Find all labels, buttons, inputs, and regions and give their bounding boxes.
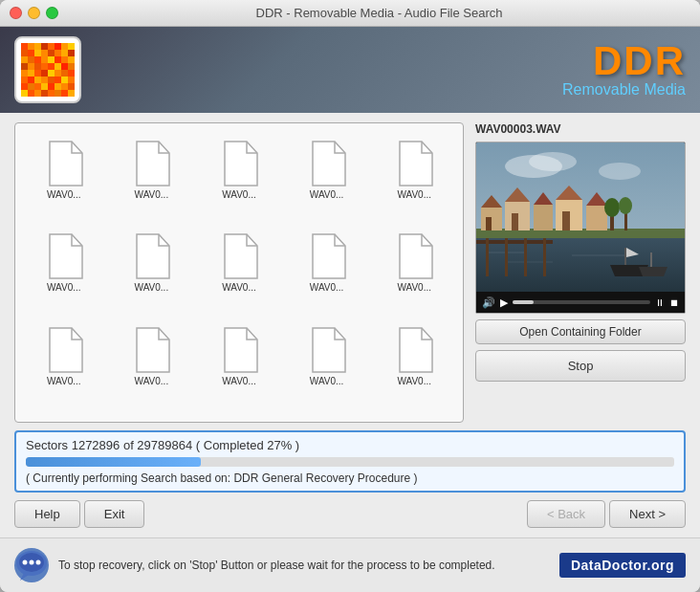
main-window: DDR - Removable Media - Audio File Searc… <box>0 0 700 592</box>
volume-icon[interactable]: 🔊 <box>482 296 495 309</box>
progress-box: Sectors 1272896 of 29789864 ( Completed … <box>14 430 686 493</box>
svg-rect-30 <box>61 63 68 70</box>
close-button[interactable] <box>10 7 22 19</box>
svg-rect-1 <box>28 43 34 50</box>
file-icon <box>395 327 433 373</box>
svg-point-66 <box>529 152 577 171</box>
info-message: To stop recovery, click on 'Stop' Button… <box>58 559 550 572</box>
list-item[interactable]: WAV0... <box>283 319 371 412</box>
svg-rect-36 <box>48 70 55 77</box>
list-item[interactable]: WAV0... <box>20 133 108 226</box>
list-item[interactable]: WAV0... <box>195 226 283 318</box>
svg-marker-93 <box>639 267 667 276</box>
preview-filename: WAV00003.WAV <box>475 122 686 136</box>
video-controls: 🔊 ▶ ⏸ ⏹ <box>476 292 685 313</box>
svg-rect-10 <box>34 50 41 56</box>
stop-button[interactable]: Stop <box>475 350 686 382</box>
list-item[interactable]: WAV0... <box>108 133 196 226</box>
next-button[interactable]: Next > <box>609 500 686 528</box>
preview-image-icon <box>476 143 686 314</box>
list-item[interactable]: WAV0... <box>283 133 371 226</box>
svg-rect-45 <box>55 77 61 83</box>
svg-rect-34 <box>34 70 41 77</box>
minimize-button[interactable] <box>28 7 40 19</box>
svg-rect-0 <box>21 43 28 50</box>
file-icon <box>308 141 346 186</box>
file-label: WAV0... <box>381 189 448 200</box>
main-content: WAV0... WAV0... WAV0... <box>0 113 700 537</box>
header-branding: DDR Removable Media <box>562 41 686 99</box>
svg-rect-80 <box>586 206 607 230</box>
svg-rect-28 <box>48 63 55 70</box>
list-item[interactable]: WAV0... <box>195 319 283 412</box>
file-icon <box>45 233 83 279</box>
stop-icon[interactable]: ⏹ <box>669 297 679 308</box>
list-item[interactable]: WAV0... <box>370 133 458 226</box>
preview-panel: WAV00003.WAV <box>475 122 686 423</box>
play-icon[interactable]: ▶ <box>500 296 508 309</box>
svg-rect-47 <box>68 77 75 83</box>
header-band: DDR Removable Media <box>0 27 700 113</box>
svg-rect-58 <box>34 90 41 97</box>
list-item[interactable]: WAV0... <box>108 319 196 412</box>
file-icon <box>395 141 433 186</box>
file-icon <box>220 233 258 279</box>
svg-point-105 <box>36 560 41 565</box>
svg-rect-5 <box>55 43 61 50</box>
svg-rect-8 <box>21 50 28 56</box>
list-item[interactable]: WAV0... <box>20 319 108 412</box>
list-item[interactable]: WAV0... <box>370 319 458 412</box>
svg-rect-53 <box>55 83 61 90</box>
svg-point-104 <box>30 560 34 565</box>
file-label: WAV0... <box>118 282 185 293</box>
list-item[interactable]: WAV0... <box>108 226 196 318</box>
title-bar: DDR - Removable Media - Audio File Searc… <box>0 0 700 27</box>
file-icon <box>45 141 83 186</box>
progress-status-text: Sectors 1272896 of 29789864 ( Completed … <box>26 438 674 452</box>
svg-rect-31 <box>68 63 75 70</box>
maximize-button[interactable] <box>46 7 58 19</box>
bottom-nav: Help Exit < Back Next > <box>14 500 686 528</box>
svg-rect-56 <box>21 90 28 97</box>
back-button[interactable]: < Back <box>527 500 605 528</box>
svg-rect-60 <box>48 90 55 97</box>
list-item[interactable]: WAV0... <box>195 133 283 226</box>
svg-point-85 <box>619 197 632 214</box>
svg-rect-19 <box>41 56 48 63</box>
svg-rect-48 <box>21 83 28 90</box>
svg-rect-43 <box>41 77 48 83</box>
file-label: WAV0... <box>381 282 448 293</box>
svg-rect-42 <box>34 77 41 83</box>
list-item[interactable]: WAV0... <box>283 226 371 318</box>
svg-rect-57 <box>28 90 34 97</box>
svg-rect-6 <box>61 43 68 50</box>
svg-rect-99 <box>543 238 546 276</box>
svg-rect-75 <box>534 205 553 230</box>
list-item[interactable]: WAV0... <box>20 226 108 318</box>
seek-bar[interactable] <box>513 300 650 304</box>
file-label: WAV0... <box>294 282 361 293</box>
svg-rect-46 <box>61 77 68 83</box>
svg-rect-26 <box>34 63 41 70</box>
svg-rect-54 <box>61 83 68 90</box>
exit-button[interactable]: Exit <box>84 500 145 528</box>
file-icon <box>220 141 258 186</box>
file-label: WAV0... <box>206 376 273 386</box>
svg-rect-62 <box>61 90 68 97</box>
help-button[interactable]: Help <box>14 500 80 528</box>
file-label: WAV0... <box>31 282 98 293</box>
file-icon <box>395 233 433 279</box>
file-icon <box>45 327 83 373</box>
list-item[interactable]: WAV0... <box>370 226 458 318</box>
svg-rect-51 <box>41 83 48 90</box>
pause-icon[interactable]: ⏸ <box>655 297 665 308</box>
svg-rect-9 <box>28 50 34 56</box>
svg-rect-23 <box>68 56 75 63</box>
file-label: WAV0... <box>118 189 185 200</box>
svg-rect-91 <box>624 248 626 265</box>
svg-rect-12 <box>48 50 55 56</box>
svg-rect-33 <box>28 70 34 77</box>
svg-rect-41 <box>28 77 34 83</box>
datadoctor-badge: DataDoctor.org <box>559 553 686 578</box>
open-containing-folder-button[interactable]: Open Containing Folder <box>475 319 686 344</box>
